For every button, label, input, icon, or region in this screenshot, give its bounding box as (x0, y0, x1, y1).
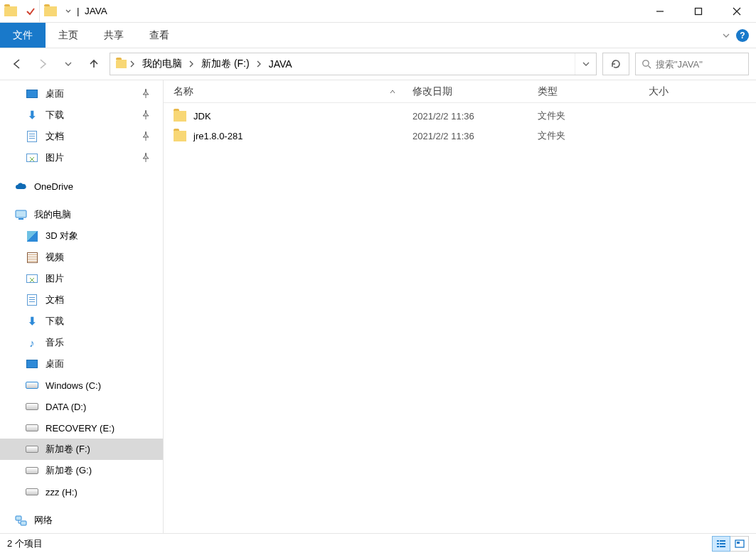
sidebar-item-label: 文档 (46, 130, 64, 143)
file-list-pane: 名称 修改日期 类型 大小 JDK 2021/2/2 11:36 文件夹 (164, 80, 756, 533)
document-icon (26, 294, 38, 306)
svg-rect-9 (720, 540, 725, 542)
chevron-right-icon[interactable] (188, 60, 196, 68)
sidebar-item-downloads[interactable]: ⬇ 下载 (0, 104, 163, 126)
sidebar-item-downloads2[interactable]: ⬇ 下载 (0, 311, 163, 332)
table-row[interactable]: jre1.8.0-281 2021/2/2 11:36 文件夹 (164, 126, 756, 146)
up-button[interactable] (84, 54, 104, 74)
svg-rect-11 (720, 543, 725, 544)
help-button[interactable]: ? (736, 29, 749, 42)
titlebar: | JAVA (0, 0, 756, 23)
sidebar-item-network[interactable]: 网络 (0, 510, 163, 531)
svg-rect-6 (16, 516, 21, 520)
desktop-icon (26, 358, 38, 370)
cloud-icon (14, 180, 27, 193)
file-type: 文件夹 (528, 109, 639, 122)
sidebar-item-3d-objects[interactable]: 3D 对象 (0, 225, 163, 247)
sidebar-item-label: 图片 (46, 151, 64, 164)
address-history-dropdown[interactable] (575, 53, 596, 75)
large-icons-view-toggle[interactable] (730, 536, 749, 552)
sidebar-item-label: 桌面 (46, 87, 64, 100)
search-input[interactable] (656, 59, 742, 70)
sidebar-item-desktop2[interactable]: 桌面 (0, 353, 163, 375)
quick-access-dropdown[interactable] (61, 9, 75, 14)
sidebar-item-label: 文档 (46, 294, 64, 306)
sidebar-item-pictures2[interactable]: 图片 (0, 268, 163, 289)
svg-rect-4 (16, 210, 26, 218)
navigation-bar: 我的电脑 新加卷 (F:) JAVA (0, 48, 756, 80)
minimize-button[interactable] (641, 0, 679, 22)
sidebar-item-pictures[interactable]: 图片 (0, 147, 163, 168)
file-tab[interactable]: 文件 (0, 23, 46, 48)
column-header-size[interactable]: 大小 (639, 85, 756, 98)
refresh-button[interactable] (602, 53, 629, 75)
search-box[interactable] (635, 53, 749, 75)
chevron-right-icon[interactable] (255, 60, 263, 68)
sidebar-item-documents2[interactable]: 文档 (0, 289, 163, 311)
quick-access-check-icon[interactable] (21, 0, 40, 22)
svg-rect-10 (717, 543, 719, 544)
sidebar-item-drive-e[interactable]: RECOVERY (E:) (0, 417, 163, 439)
download-icon: ⬇ (26, 315, 38, 328)
breadcrumb-item[interactable]: JAVA (265, 58, 297, 70)
sidebar-item-drive-f[interactable]: 新加卷 (F:) (0, 439, 163, 460)
svg-point-2 (643, 60, 649, 66)
share-tab[interactable]: 共享 (91, 23, 137, 48)
app-folder-icon (0, 0, 21, 22)
download-icon: ⬇ (26, 109, 38, 122)
column-header-date[interactable]: 修改日期 (403, 85, 528, 98)
sidebar-item-label: 图片 (46, 272, 64, 285)
svg-rect-1 (696, 8, 702, 14)
sidebar-item-label: 下载 (46, 109, 64, 122)
column-header-name[interactable]: 名称 (164, 85, 403, 98)
breadcrumb-item[interactable]: 新加卷 (F:) (197, 58, 254, 70)
drive-icon (26, 379, 38, 392)
pin-icon (142, 89, 150, 99)
sidebar-item-documents[interactable]: 文档 (0, 126, 163, 147)
sidebar-item-label: 网络 (34, 514, 53, 527)
svg-rect-12 (717, 546, 719, 547)
forward-button[interactable] (33, 54, 53, 74)
address-bar[interactable]: 我的电脑 新加卷 (F:) JAVA (110, 53, 575, 75)
view-tab[interactable]: 查看 (137, 23, 182, 48)
sidebar-item-drive-g[interactable]: 新加卷 (G:) (0, 460, 163, 481)
chevron-right-icon[interactable] (129, 60, 137, 68)
file-name: JDK (193, 111, 211, 122)
navigation-pane[interactable]: 桌面 ⬇ 下载 文档 图片 (0, 80, 164, 533)
close-button[interactable] (718, 0, 756, 22)
sidebar-item-label: 新加卷 (G:) (46, 464, 92, 477)
sidebar-item-drive-c[interactable]: Windows (C:) (0, 375, 163, 396)
folder-icon (174, 109, 186, 122)
back-button[interactable] (7, 54, 27, 74)
search-icon (641, 59, 651, 69)
address-bar-container: 我的电脑 新加卷 (F:) JAVA (110, 53, 597, 75)
ribbon-expand-icon[interactable] (722, 33, 730, 38)
titlebar-folder-icon (40, 0, 61, 22)
details-view-toggle[interactable] (712, 536, 730, 552)
column-header-type[interactable]: 类型 (528, 85, 639, 98)
sidebar-item-videos[interactable]: 视频 (0, 247, 163, 268)
sidebar-item-onedrive[interactable]: OneDrive (0, 176, 163, 197)
sidebar-item-desktop[interactable]: 桌面 (0, 83, 163, 104)
computer-icon (14, 208, 27, 221)
window-title: | JAVA (75, 6, 107, 16)
file-date: 2021/2/2 11:36 (403, 111, 528, 122)
breadcrumb-item[interactable]: 我的电脑 (138, 58, 186, 70)
drive-icon (26, 485, 38, 498)
svg-rect-7 (21, 521, 26, 525)
maximize-button[interactable] (679, 0, 718, 22)
svg-line-3 (649, 66, 651, 69)
home-tab[interactable]: 主页 (46, 23, 91, 48)
sidebar-item-drive-h[interactable]: zzz (H:) (0, 481, 163, 503)
table-row[interactable]: JDK 2021/2/2 11:36 文件夹 (164, 106, 756, 126)
sidebar-item-drive-d[interactable]: DATA (D:) (0, 396, 163, 417)
address-folder-icon (115, 58, 127, 70)
cube-icon (26, 230, 38, 242)
file-rows[interactable]: JDK 2021/2/2 11:36 文件夹 jre1.8.0-281 2021… (164, 103, 756, 533)
recent-locations-dropdown[interactable] (58, 54, 78, 74)
sidebar-item-label: 我的电脑 (34, 208, 71, 221)
file-name: jre1.8.0-281 (193, 131, 243, 141)
sidebar-item-this-pc[interactable]: 我的电脑 (0, 204, 163, 225)
sidebar-item-music[interactable]: ♪ 音乐 (0, 332, 163, 353)
pin-icon (142, 153, 150, 163)
